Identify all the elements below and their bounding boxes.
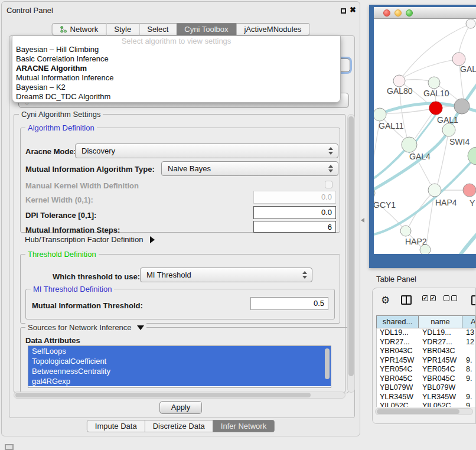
- network-node-gal10[interactable]: [428, 77, 440, 89]
- algorithm-option-aracne-algorithm[interactable]: ARACNE Algorithm: [12, 64, 340, 73]
- kernel-width-field[interactable]: 0.0: [253, 191, 336, 204]
- apply-button[interactable]: Apply: [159, 401, 202, 414]
- hub-definition-expander[interactable]: Hub/Transcription Factor Definition: [25, 235, 155, 244]
- network-node-gal11[interactable]: [374, 108, 386, 121]
- table-row[interactable]: YDR27...YDR27...12: [377, 338, 475, 347]
- deselect-all-checkboxes-icon[interactable]: [444, 295, 457, 301]
- attribute-item-topologicalcoefficient[interactable]: TopologicalCoefficient: [28, 356, 331, 366]
- table-row[interactable]: YDL19...YDL19...13: [377, 328, 475, 338]
- gear-icon[interactable]: ⚙: [381, 295, 390, 305]
- stepper-arrows-icon[interactable]: [302, 270, 307, 279]
- table-horizontal-scrollbar[interactable]: [375, 408, 473, 415]
- algorithm-option-basic-correlation-inference[interactable]: Basic Correlation Inference: [12, 54, 340, 64]
- close-icon[interactable]: ✖: [350, 5, 356, 14]
- zoom-traffic-light-icon[interactable]: [406, 9, 413, 17]
- threshold-definition-title: Threshold Definition: [25, 250, 99, 259]
- tab-discretize-data[interactable]: Discretize Data: [145, 420, 213, 432]
- sources-title-label: Sources for Network Inference: [28, 323, 132, 332]
- control-panel: Control Panel ✖ NetworkStyleSelectCyni T…: [1, 1, 360, 436]
- tab-select[interactable]: Select: [139, 23, 177, 35]
- which-threshold-combobox[interactable]: MI Threshold: [140, 268, 312, 282]
- algorithm-option-dream8-dc-tdc-algorithm[interactable]: Dream8 DC_TDC Algorithm: [12, 92, 340, 102]
- columns-icon[interactable]: [401, 295, 412, 305]
- network-edge[interactable]: [405, 59, 459, 77]
- tab-jactivemnodules[interactable]: jActiveMNodules: [237, 23, 310, 35]
- split-pane-collapse-icon[interactable]: [361, 218, 364, 223]
- list-vertical-scrollbar[interactable]: [325, 347, 330, 386]
- algorithm-option-bayesian-k2[interactable]: Bayesian – K2: [12, 83, 340, 92]
- table-row[interactable]: YLR345WYLR345W9.: [377, 393, 475, 402]
- table-row[interactable]: YPR145WYPR145W9.: [377, 356, 475, 366]
- algorithm-dropdown-popup: Select algorithm to view settings Bayesi…: [12, 35, 341, 103]
- sources-title[interactable]: Sources for Network Inference: [25, 323, 146, 332]
- network-edge[interactable]: [374, 120, 380, 193]
- mi-type-combobox[interactable]: Naive Bayes: [161, 161, 338, 176]
- network-node-hap4[interactable]: [428, 184, 441, 197]
- which-threshold-label: Which threshold to use:: [53, 272, 140, 281]
- node-label-hap4: HAP4: [435, 198, 457, 207]
- network-window-titlebar[interactable]: [374, 7, 476, 19]
- tab-style[interactable]: Style: [106, 23, 139, 35]
- minimized-panel-icon[interactable]: [5, 444, 14, 450]
- attribute-item-selfloops[interactable]: SelfLoops: [28, 346, 331, 356]
- table-row[interactable]: YBR045CYBR045C9.: [377, 374, 475, 384]
- column-header-shared[interactable]: shared...: [376, 315, 419, 328]
- manual-kernel-checkbox[interactable]: [325, 181, 332, 188]
- tab-infer-network[interactable]: Infer Network: [213, 420, 275, 432]
- network-view-window[interactable]: GALGAL80GAL10GAL1SWI4GAL11GAL4GCY1HAP4YH…: [369, 5, 476, 268]
- float-window-icon[interactable]: [341, 8, 346, 14]
- algorithm-option-mutual-information-inference[interactable]: Mutual Information Inference: [12, 73, 340, 83]
- network-node-hap2[interactable]: [400, 226, 411, 236]
- table-row[interactable]: YBR043CYBR043C: [377, 347, 475, 356]
- network-edge-highlighted[interactable]: [468, 109, 476, 113]
- which-threshold-value: MI Threshold: [146, 270, 191, 279]
- table-row[interactable]: YBL079WYBL079W: [377, 383, 475, 393]
- mi-type-value: Naive Bayes: [168, 164, 211, 173]
- settings-horizontal-scrollbar[interactable]: [14, 392, 345, 399]
- tab-cyni-toolbox[interactable]: Cyni Toolbox: [177, 23, 236, 35]
- network-edge-highlighted[interactable]: [374, 156, 476, 235]
- settings-vertical-scrollbar[interactable]: [347, 114, 355, 393]
- algorithm-dropdown-items: Bayesian – Hill ClimbingBasic Correlatio…: [12, 45, 340, 102]
- network-node[interactable]: [468, 147, 476, 165]
- aracne-mode-combobox[interactable]: Discovery: [75, 144, 338, 158]
- network-graph[interactable]: GALGAL80GAL10GAL1SWI4GAL11GAL4GCY1HAP4YH…: [374, 19, 476, 254]
- attribute-item-gal4rgexp[interactable]: gal4RGexp: [28, 376, 331, 386]
- node-label-gal: GAL: [460, 64, 476, 74]
- network-node[interactable]: [466, 19, 475, 28]
- bottom-tab-bar: Impute DataDiscretize DataInfer Network: [87, 420, 275, 432]
- network-node-y[interactable]: [463, 184, 476, 197]
- network-node[interactable]: [420, 244, 431, 254]
- dpi-tolerance-field[interactable]: 0.0: [253, 206, 336, 219]
- attribute-item-betweennesscentrality[interactable]: BetweennessCentrality: [28, 366, 331, 376]
- mi-threshold-field[interactable]: 0.5: [250, 297, 328, 310]
- node-label-swi4: SWI4: [449, 137, 470, 146]
- algorithm-option-bayesian-hill-climbing[interactable]: Bayesian – Hill Climbing: [12, 45, 340, 54]
- node-label-y: Y: [470, 198, 475, 208]
- kernel-width-label: Kernel Width (0,1):: [25, 195, 93, 204]
- minimize-traffic-light-icon[interactable]: [395, 9, 402, 17]
- table-row[interactable]: YIL052CYIL052C9: [377, 402, 475, 407]
- close-traffic-light-icon[interactable]: [383, 9, 390, 17]
- mi-steps-field[interactable]: 6: [253, 221, 336, 233]
- stepper-arrows-icon[interactable]: [328, 146, 333, 155]
- column-header-name[interactable]: name: [419, 315, 462, 328]
- stepper-arrows-icon[interactable]: [328, 164, 333, 173]
- threshold-definition-group: Threshold Definition Which threshold to …: [20, 254, 340, 324]
- tab-impute-data[interactable]: Impute Data: [87, 420, 145, 432]
- network-node-gal[interactable]: [452, 53, 465, 66]
- network-node-gal80[interactable]: [393, 75, 405, 87]
- network-node-gal1[interactable]: [429, 102, 442, 115]
- network-node[interactable]: [454, 99, 470, 114]
- network-icon: [60, 26, 67, 33]
- select-all-checkboxes-icon[interactable]: ✓✓: [422, 295, 436, 301]
- network-node-gal4[interactable]: [402, 137, 417, 152]
- document-icon[interactable]: [471, 295, 476, 305]
- table-row[interactable]: YER054CYER054C8.: [377, 365, 475, 374]
- network-canvas[interactable]: GALGAL80GAL10GAL1SWI4GAL11GAL4GCY1HAP4YH…: [374, 19, 476, 254]
- column-header-a[interactable]: A: [462, 315, 475, 328]
- network-node-swi4[interactable]: [442, 123, 455, 136]
- data-attributes-list: SelfLoopsTopologicalCoefficientBetweenne…: [28, 345, 331, 388]
- network-edge-highlighted[interactable]: [452, 227, 476, 254]
- tab-network[interactable]: Network: [52, 23, 107, 35]
